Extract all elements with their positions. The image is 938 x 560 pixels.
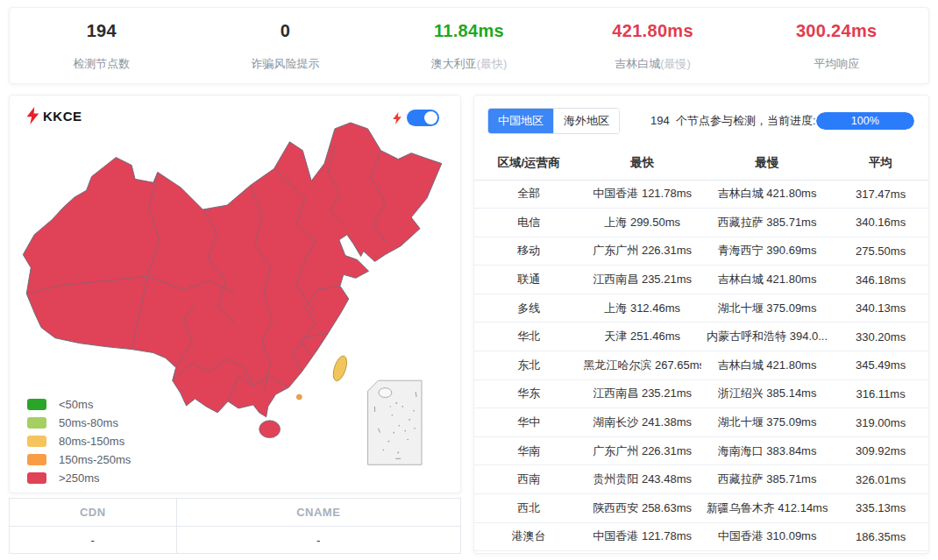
progress-fill: 100%	[816, 112, 914, 130]
cdn-value: -	[10, 527, 177, 554]
cell-fastest: 中国香港 121.78ms	[583, 522, 701, 551]
stat-item: 0 诈骗风险提示	[194, 8, 378, 83]
cell-region: 华南	[474, 436, 583, 465]
cell-slowest: 海南海口 383.84ms	[701, 436, 833, 465]
cell-region: 西南	[474, 465, 583, 494]
node-count: 194	[650, 114, 670, 127]
table-row[interactable]: 移动 广东广州 226.31ms 青海西宁 390.69ms 275.50ms	[474, 237, 928, 266]
cell-fastest: 中国香港 121.78ms	[583, 180, 701, 209]
results-header: 中国地区 海外地区 194 个节点参与检测，当前进度: 100%	[474, 96, 928, 139]
region-tab[interactable]: 海外地区	[553, 109, 619, 133]
latency-table: 区域/运营商 最快 最慢 平均 全部 中国香港 121.78ms 吉林白城 42…	[474, 146, 928, 551]
hainan-island	[259, 421, 281, 438]
china-mainland	[23, 123, 441, 417]
cell-fastest: 广东广州 226.31ms	[583, 436, 701, 465]
legend-item: <50ms	[27, 395, 131, 414]
stat-item: 421.80ms 吉林白城(最慢)	[561, 8, 745, 83]
table-row[interactable]: 港澳台 中国香港 121.78ms 中国香港 310.09ms 186.35ms	[474, 522, 928, 551]
cell-region: 华北	[474, 323, 583, 351]
legend-item: 80ms-150ms	[27, 432, 131, 450]
cell-slowest: 青海西宁 390.69ms	[701, 237, 833, 266]
cell-region: 多线	[474, 294, 583, 323]
legend-swatch	[27, 454, 46, 465]
legend-label: 80ms-150ms	[59, 435, 124, 448]
cell-fastest: 上海 299.50ms	[583, 209, 701, 237]
cell-slowest: 吉林白城 421.80ms	[701, 351, 833, 380]
cell-slowest: 湖北十堰 375.09ms	[701, 408, 833, 437]
col-average: 平均	[833, 146, 928, 180]
stat-value: 300.24ms	[744, 21, 928, 41]
cell-average: 345.49ms	[833, 351, 928, 380]
cdn-header-row: CDN CNAME	[10, 499, 461, 527]
stat-label: 诈骗风险提示	[194, 56, 378, 72]
region-tab[interactable]: 中国地区	[488, 109, 553, 133]
cell-slowest: 湖北十堰 375.09ms	[701, 294, 833, 323]
table-row[interactable]: 东北 黑龙江哈尔滨 267.65ms 吉林白城 421.80ms 345.49m…	[474, 351, 928, 380]
table-row[interactable]: 华中 湖南长沙 241.38ms 湖北十堰 375.09ms 319.00ms	[474, 408, 928, 437]
region-tabs: 中国地区 海外地区	[487, 108, 620, 134]
cell-average: 186.35ms	[833, 522, 928, 551]
cell-average: 316.11ms	[833, 379, 928, 408]
cell-average: 340.16ms	[833, 209, 928, 237]
stat-value: 194	[10, 21, 194, 41]
stat-label-suffix: (最慢)	[660, 57, 691, 70]
cell-slowest: 内蒙古呼和浩特 394.0...	[701, 323, 833, 351]
cell-fastest: 陕西西安 258.63ms	[583, 494, 701, 523]
stat-value: 0	[194, 21, 378, 41]
cell-fastest: 天津 251.46ms	[583, 323, 701, 351]
legend-swatch	[27, 399, 46, 410]
table-row[interactable]: 华北 天津 251.46ms 内蒙古呼和浩特 394.0... 330.20ms	[474, 323, 928, 351]
cell-region: 西北	[474, 494, 583, 523]
cell-slowest: 西藏拉萨 385.71ms	[701, 209, 833, 237]
table-row[interactable]: 西南 贵州贵阳 243.48ms 西藏拉萨 385.71ms 326.01ms	[474, 465, 928, 494]
cell-slowest: 新疆乌鲁木齐 412.14ms	[701, 494, 833, 523]
cell-region: 移动	[474, 237, 583, 266]
cell-region: 港澳台	[474, 522, 583, 551]
results-panel: 中国地区 海外地区 194 个节点参与检测，当前进度: 100% 区域/运营商 …	[473, 95, 929, 554]
table-row[interactable]: 多线 上海 312.46ms 湖北十堰 375.09ms 340.13ms	[474, 294, 928, 323]
col-region: 区域/运营商	[474, 146, 583, 180]
stat-label: 检测节点数	[10, 56, 194, 72]
cell-slowest: 浙江绍兴 385.14ms	[701, 379, 833, 408]
cell-fastest: 贵州贵阳 243.48ms	[583, 465, 701, 494]
cell-slowest: 西藏拉萨 385.71ms	[701, 465, 833, 494]
table-row[interactable]: 电信 上海 299.50ms 西藏拉萨 385.71ms 340.16ms	[474, 209, 928, 237]
cell-fastest: 江西南昌 235.21ms	[583, 266, 701, 294]
stat-item: 11.84ms 澳大利亚(最快)	[377, 8, 561, 83]
stat-label: 平均响应	[744, 56, 928, 72]
legend-swatch	[27, 472, 46, 484]
legend-label: <50ms	[59, 398, 93, 411]
legend-label: 50ms-80ms	[59, 416, 118, 429]
cell-average: 326.01ms	[833, 465, 928, 494]
progress-caption-text: 个节点参与检测，当前进度:	[676, 114, 816, 127]
cname-value: -	[176, 527, 460, 554]
stat-item: 194 检测节点数	[10, 8, 194, 83]
cell-region: 华中	[474, 408, 583, 437]
col-fastest: 最快	[583, 146, 701, 180]
cell-average: 275.50ms	[833, 237, 928, 266]
cell-slowest: 吉林白城 421.80ms	[701, 180, 833, 209]
cdn-value-row: - -	[10, 527, 461, 554]
legend-label: 150ms-250ms	[59, 453, 131, 466]
cell-average: 317.47ms	[833, 180, 928, 209]
table-row[interactable]: 华南 广东广州 226.31ms 海南海口 383.84ms 309.92ms	[474, 436, 928, 465]
cell-fastest: 湖南长沙 241.38ms	[583, 408, 701, 437]
cell-region: 全部	[474, 180, 583, 209]
table-row[interactable]: 联通 江西南昌 235.21ms 吉林白城 421.80ms 346.18ms	[474, 266, 928, 294]
stat-label-suffix: (最快)	[477, 57, 508, 70]
progress-bar: 100%	[816, 112, 914, 130]
legend-label: >250ms	[59, 471, 100, 485]
table-row[interactable]: 全部 中国香港 121.78ms 吉林白城 421.80ms 317.47ms	[474, 180, 928, 209]
cell-fastest: 江西南昌 235.21ms	[583, 379, 701, 408]
cell-fastest: 黑龙江哈尔滨 267.65ms	[583, 351, 701, 380]
legend-item: 50ms-80ms	[27, 414, 131, 432]
cell-average: 340.13ms	[833, 294, 928, 323]
cell-region: 东北	[474, 351, 583, 380]
legend-swatch	[27, 436, 46, 447]
legend-item: 150ms-250ms	[27, 450, 131, 469]
table-row[interactable]: 华东 江西南昌 235.21ms 浙江绍兴 385.14ms 316.11ms	[474, 379, 928, 408]
cell-average: 346.18ms	[833, 266, 928, 294]
cdn-cname-table: CDN CNAME - -	[9, 498, 461, 554]
south-sea-inset	[368, 380, 422, 464]
table-row[interactable]: 西北 陕西西安 258.63ms 新疆乌鲁木齐 412.14ms 335.13m…	[474, 494, 928, 523]
